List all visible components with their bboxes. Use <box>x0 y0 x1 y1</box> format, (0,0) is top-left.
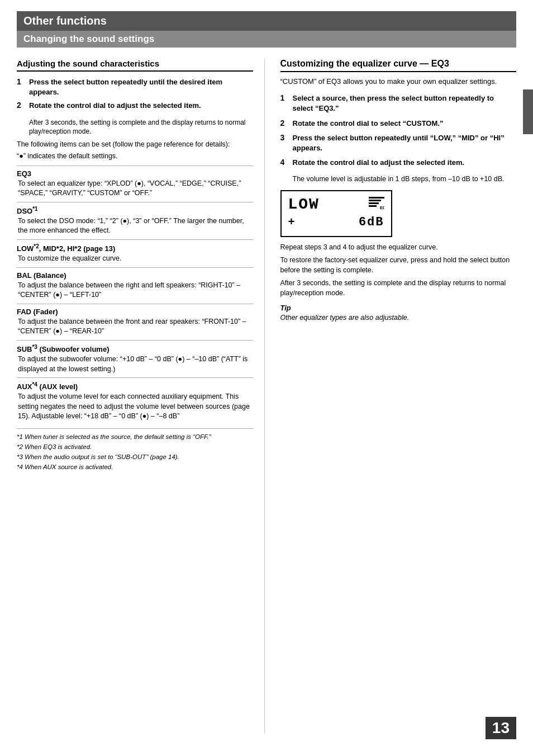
right-sidebar-accent <box>523 89 533 134</box>
changing-sound-bar: Changing the sound settings <box>17 31 516 48</box>
lcd-row1-text: LOW <box>288 196 320 213</box>
setting-low-title: LOW*2, MID*2, HI*2 (page 13) <box>17 243 253 253</box>
repeat-text: Repeat steps 3 and 4 to adjust the equal… <box>280 243 517 253</box>
svg-rect-2 <box>369 202 379 204</box>
setting-bal: BAL (Balance) To adjust the balance betw… <box>17 267 253 300</box>
setting-low: LOW*2, MID*2, HI*2 (page 13) To customiz… <box>17 239 253 264</box>
lcd-display: LOW EQ3 + 6dB <box>280 190 392 237</box>
other-functions-title: Other functions <box>23 15 107 27</box>
right-column: Customizing the equalizer curve — EQ3 “C… <box>278 59 517 734</box>
step-1-text: Press the select button repeatedly until… <box>29 77 253 97</box>
svg-text:EQ3: EQ3 <box>380 205 384 209</box>
setting-dso-desc: To select the DSO mode: “1,” “2” (●), “3… <box>18 216 253 236</box>
tip-content: Other equalizer types are also adjustabl… <box>280 313 517 323</box>
right-step-4-text: Rotate the control dial to adjust the se… <box>293 158 465 168</box>
right-step-4: 4 Rotate the control dial to adjust the … <box>280 158 517 168</box>
right-step-1: 1 Select a source, then press the select… <box>280 93 517 114</box>
setting-fad-desc: To adjust the balance between the front … <box>18 317 253 337</box>
right-step-2-text: Rotate the control dial to select “CUSTO… <box>293 119 444 129</box>
setting-eq3-title: EQ3 <box>17 169 253 178</box>
setting-aux-desc: To adjust the volume level for each conn… <box>18 392 253 422</box>
step-2: 2 Rotate the control dial to adjust the … <box>17 101 253 111</box>
footnote-2: *2 When EQ3 is activated. <box>17 442 253 451</box>
setting-low-desc: To customize the equalizer curve. <box>18 254 253 264</box>
tip-title: Tip <box>280 304 517 312</box>
lcd-row-1: LOW EQ3 <box>288 196 384 213</box>
footnote-4: *4 When AUX source is activated. <box>17 462 253 471</box>
right-step-3-num: 3 <box>280 133 291 142</box>
right-intro: “CUSTOM” of EQ3 allows you to make your … <box>280 77 517 87</box>
restore-text: To restore the factory-set equalizer cur… <box>280 256 517 275</box>
setting-aux: AUX*4 (AUX level) To adjust the volume l… <box>17 377 253 422</box>
right-step-4-note: The volume level is adjustable in 1 dB s… <box>293 174 517 185</box>
right-step-1-num: 1 <box>280 93 291 102</box>
changing-sound-title: Changing the sound settings <box>23 34 154 44</box>
svg-rect-0 <box>369 197 384 199</box>
header-section: Other functions Changing the sound setti… <box>17 11 516 54</box>
footnotes: *1 When tuner is selected as the source,… <box>17 428 253 471</box>
left-section-title: Adjusting the sound characteristics <box>17 59 253 72</box>
right-step-list: 1 Select a source, then press the select… <box>280 93 517 168</box>
setting-eq3: EQ3 To select an equalizer type: “XPLOD”… <box>17 166 253 199</box>
right-step-3: 3 Press the select button repeatedly unt… <box>280 133 517 153</box>
lcd-row-2: + 6dB <box>288 215 384 229</box>
tip-section: Tip Other equalizer types are also adjus… <box>280 304 517 323</box>
setting-sub-title: SUB*3 (Subwoofer volume) <box>17 344 253 353</box>
footnote-3: *3 When the audio output is set to “SUB-… <box>17 452 253 461</box>
setting-eq3-desc: To select an equalizer type: “XPLOD” (●)… <box>18 179 253 199</box>
step-2-note: After 3 seconds, the setting is complete… <box>29 118 253 137</box>
setting-dso-title: DSO*1 <box>17 206 253 215</box>
bullet-text: “●” indicates the default settings. <box>17 152 253 160</box>
setting-fad-title: FAD (Fader) <box>17 308 253 316</box>
setting-sub-desc: To adjust the subwoofer volume: “+10 dB”… <box>18 355 253 374</box>
step-list: 1 Press the select button repeatedly unt… <box>17 77 253 111</box>
svg-rect-3 <box>369 205 377 207</box>
right-step-4-num: 4 <box>280 158 291 167</box>
page-number-container: 13 <box>486 717 516 739</box>
right-step-2: 2 Rotate the control dial to select “CUS… <box>280 119 517 129</box>
step-2-text: Rotate the control dial to adjust the se… <box>29 101 201 111</box>
step-1: 1 Press the select button repeatedly unt… <box>17 77 253 97</box>
lcd-row2-text: 6dB <box>359 215 384 229</box>
page-container: Other functions Changing the sound setti… <box>0 0 533 756</box>
following-text: The following items can be set (follow t… <box>17 140 253 150</box>
lcd-icon: EQ3 <box>369 197 384 212</box>
setting-sub: SUB*3 (Subwoofer volume) To adjust the s… <box>17 340 253 374</box>
step-1-num: 1 <box>17 77 27 86</box>
footnote-1: *1 When tuner is selected as the source,… <box>17 432 253 441</box>
right-step-3-text: Press the select button repeatedly until… <box>293 133 517 153</box>
setting-bal-title: BAL (Balance) <box>17 271 253 280</box>
setting-fad: FAD (Fader) To adjust the balance betwee… <box>17 304 253 337</box>
lcd-plus: + <box>288 216 295 229</box>
right-step-1-text: Select a source, then press the select b… <box>293 93 517 114</box>
setting-dso: DSO*1 To select the DSO mode: “1,” “2” (… <box>17 202 253 236</box>
right-section-title: Customizing the equalizer curve — EQ3 <box>280 59 517 72</box>
left-column: Adjusting the sound characteristics 1 Pr… <box>17 59 265 734</box>
step-2-num: 2 <box>17 101 27 110</box>
setting-aux-title: AUX*4 (AUX level) <box>17 381 253 391</box>
page-number: 13 <box>486 717 516 739</box>
svg-rect-1 <box>369 200 381 201</box>
setting-bal-desc: To adjust the balance between the right … <box>18 281 253 300</box>
right-step-2-num: 2 <box>280 119 291 127</box>
other-functions-bar: Other functions <box>17 11 516 31</box>
two-column-layout: Adjusting the sound characteristics 1 Pr… <box>17 59 516 734</box>
after-text: After 3 seconds, the setting is complete… <box>280 278 517 298</box>
